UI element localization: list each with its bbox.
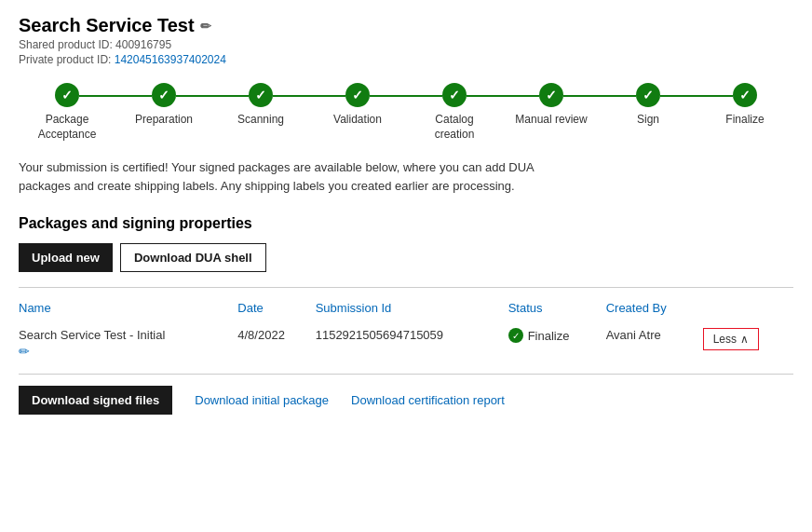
private-product-id-link[interactable]: 142045163937402024 bbox=[115, 53, 226, 66]
step-circle-manual-review: ✓ bbox=[539, 83, 563, 107]
less-label: Less bbox=[713, 333, 737, 346]
row-date: 4/8/2022 bbox=[237, 321, 315, 362]
page-title: Search Service Test ✏ bbox=[19, 15, 793, 36]
download-initial-link[interactable]: Download initial package bbox=[195, 393, 329, 407]
step-circle-catalog-creation: ✓ bbox=[442, 83, 467, 107]
table-top-divider bbox=[19, 287, 793, 288]
download-signed-button[interactable]: Download signed files bbox=[19, 386, 172, 415]
row-status: ✓ Finalize bbox=[508, 321, 606, 362]
row-created-by: Avani Atre bbox=[606, 321, 703, 362]
chevron-up-icon: ∧ bbox=[740, 333, 749, 346]
step-label-sign: Sign bbox=[637, 113, 659, 128]
less-button[interactable]: Less ∧ bbox=[703, 328, 759, 350]
step-circle-sign: ✓ bbox=[636, 83, 660, 107]
step-circle-scanning: ✓ bbox=[249, 83, 273, 107]
action-buttons: Upload new Download DUA shell bbox=[19, 243, 793, 272]
col-action bbox=[703, 295, 793, 321]
packages-section: Packages and signing properties Upload n… bbox=[19, 215, 793, 415]
status-label: Finalize bbox=[528, 329, 570, 343]
shared-product-id: Shared product ID: 400916795 bbox=[19, 38, 793, 51]
progress-steps: ✓Package Acceptance✓Preparation✓Scanning… bbox=[19, 83, 793, 142]
progress-bar: ✓Package Acceptance✓Preparation✓Scanning… bbox=[19, 83, 793, 142]
download-cert-link[interactable]: Download certification report bbox=[351, 393, 505, 407]
step-circle-package-acceptance: ✓ bbox=[55, 83, 79, 107]
step-label-preparation: Preparation bbox=[135, 113, 193, 128]
step-manual-review: ✓Manual review bbox=[503, 83, 600, 128]
row-name: Search Service Test - Initial ✏ bbox=[19, 321, 237, 362]
col-submission-id: Submission Id bbox=[316, 295, 508, 321]
step-label-finalize: Finalize bbox=[725, 113, 764, 128]
title-edit-icon[interactable]: ✏ bbox=[200, 19, 211, 34]
download-dua-button[interactable]: Download DUA shell bbox=[120, 243, 266, 272]
packages-table: Name Date Submission Id Status Created B… bbox=[19, 295, 793, 362]
table-row: Search Service Test - Initial ✏ 4/8/2022… bbox=[19, 321, 793, 362]
col-name: Name bbox=[19, 295, 237, 321]
step-validation: ✓Validation bbox=[309, 83, 406, 128]
row-less-cell: Less ∧ bbox=[703, 321, 793, 362]
info-text: Your submission is certified! Your signe… bbox=[19, 158, 559, 195]
step-scanning: ✓Scanning bbox=[212, 83, 309, 128]
step-sign: ✓Sign bbox=[600, 83, 697, 128]
step-label-catalog-creation: Catalog creation bbox=[435, 113, 475, 142]
row-edit-icon[interactable]: ✏ bbox=[19, 344, 230, 359]
step-finalize: ✓Finalize bbox=[697, 83, 793, 128]
row-submission-id: 1152921505694715059 bbox=[316, 321, 508, 362]
step-label-package-acceptance: Package Acceptance bbox=[38, 113, 97, 142]
step-preparation: ✓Preparation bbox=[115, 83, 212, 128]
step-circle-finalize: ✓ bbox=[733, 83, 757, 107]
step-label-manual-review: Manual review bbox=[515, 113, 587, 128]
step-label-validation: Validation bbox=[333, 113, 382, 128]
col-created-by: Created By bbox=[606, 295, 703, 321]
status-icon: ✓ bbox=[508, 328, 523, 343]
step-package-acceptance: ✓Package Acceptance bbox=[19, 83, 115, 142]
col-status: Status bbox=[508, 295, 606, 321]
page-header: Search Service Test ✏ Shared product ID:… bbox=[19, 15, 793, 66]
col-date: Date bbox=[237, 295, 315, 321]
table-header-row: Name Date Submission Id Status Created B… bbox=[19, 295, 793, 321]
step-label-scanning: Scanning bbox=[237, 113, 284, 128]
private-product-id: Private product ID: 142045163937402024 bbox=[19, 53, 793, 66]
packages-title: Packages and signing properties bbox=[19, 215, 793, 232]
bottom-divider bbox=[19, 374, 793, 375]
step-catalog-creation: ✓Catalog creation bbox=[406, 83, 503, 142]
upload-new-button[interactable]: Upload new bbox=[19, 243, 113, 272]
bottom-actions: Download signed files Download initial p… bbox=[19, 386, 793, 415]
step-circle-validation: ✓ bbox=[345, 83, 370, 107]
step-circle-preparation: ✓ bbox=[152, 83, 176, 107]
